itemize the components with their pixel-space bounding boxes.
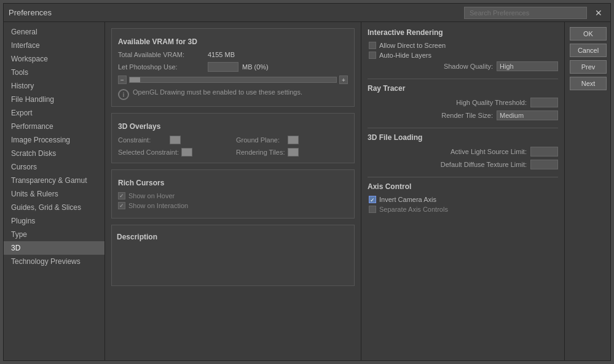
photoshop-use-unit: MB (0%): [242, 63, 269, 71]
prev-button[interactable]: Prev: [570, 60, 607, 74]
invert-camera-checkbox[interactable]: [369, 196, 376, 203]
rich-cursors-section: Rich Cursors Show on Hover Show on Inter…: [111, 169, 355, 219]
invert-camera-row: Invert Camera Axis: [368, 196, 558, 203]
rendering-tiles-label: Rendering Tiles:: [236, 149, 285, 156]
next-button[interactable]: Next: [570, 77, 607, 90]
rich-cursors-title: Rich Cursors: [118, 179, 348, 187]
info-icon: i: [118, 89, 129, 100]
total-vram-label: Total Available VRAM:: [118, 51, 204, 58]
vram-progress-container: − +: [118, 76, 348, 84]
default-diffuse-row: Default Diffuse Texture Limit: 50: [368, 160, 558, 169]
selected-constraint-label: Selected Constraint:: [118, 149, 179, 156]
sidebar-item-cursors[interactable]: Cursors: [4, 160, 104, 174]
invert-camera-label: Invert Camera Axis: [379, 196, 436, 203]
vram-decrease-btn[interactable]: −: [118, 76, 127, 84]
photoshop-use-row: Let Photoshop Use: MB (0%): [118, 62, 348, 72]
sidebar-item-scratch-disks[interactable]: Scratch Disks: [4, 147, 104, 160]
sidebar-item-general[interactable]: General: [4, 25, 104, 39]
auto-hide-label: Auto-Hide Layers: [379, 52, 431, 59]
sidebar-item-workspace[interactable]: Workspace: [4, 52, 104, 66]
separate-axis-label: Separate Axis Controls: [379, 206, 448, 213]
sidebar-item-technology-previews[interactable]: Technology Previews: [4, 255, 104, 268]
sidebar-item-units-rulers[interactable]: Units & Rulers: [4, 187, 104, 201]
dialog-title: Preferences: [9, 8, 52, 17]
active-light-label: Active Light Source Limit:: [451, 148, 527, 155]
title-bar: Preferences ✕: [4, 4, 610, 22]
sidebar-item-type[interactable]: Type: [4, 228, 104, 241]
allow-direct-row: Allow Direct to Screen: [368, 42, 558, 49]
file-loading-section: 3D File Loading Active Light Source Limi…: [368, 133, 558, 169]
show-on-interaction-checkbox: [118, 202, 125, 209]
sidebar-item-3d[interactable]: 3D: [4, 241, 104, 255]
sidebar-item-image-processing[interactable]: Image Processing: [4, 133, 104, 147]
sidebar-item-guides-grid-slices[interactable]: Guides, Grid & Slices: [4, 201, 104, 214]
shadow-quality-select[interactable]: High Medium Low Draft: [497, 61, 558, 71]
ray-tracer-title: Ray Tracer: [368, 84, 558, 93]
high-quality-threshold-label: High Quality Threshold:: [456, 99, 527, 106]
auto-hide-checkbox[interactable]: [369, 52, 376, 59]
sidebar-item-performance[interactable]: Performance: [4, 120, 104, 133]
sidebar-item-transparency-gamut[interactable]: Transparency & Gamut: [4, 174, 104, 187]
search-input[interactable]: [464, 7, 587, 19]
sidebar-item-plugins[interactable]: Plugins: [4, 214, 104, 228]
ground-plane-row: Ground Plane:: [236, 136, 348, 144]
divider-3: [368, 177, 558, 177]
selected-constraint-row: Selected Constraint:: [118, 148, 230, 157]
ray-tracer-section: Ray Tracer High Quality Threshold: 5 Ren…: [368, 84, 558, 120]
constraint-label: Constraint:: [118, 136, 167, 144]
info-text: OpenGL Drawing must be enabled to use th…: [133, 88, 302, 97]
ground-plane-swatch[interactable]: [288, 136, 299, 144]
separate-axis-row: Separate Axis Controls: [368, 206, 558, 213]
rendering-tiles-swatch[interactable]: [288, 148, 299, 157]
preferences-dialog: Preferences ✕ General Interface Workspac…: [3, 3, 611, 361]
photoshop-use-label: Let Photoshop Use:: [118, 63, 204, 71]
constraint-swatch[interactable]: [170, 136, 181, 144]
shadow-quality-label: Shadow Quality:: [444, 63, 493, 70]
title-bar-right: ✕: [464, 7, 605, 19]
description-section: Description: [111, 225, 355, 286]
buttons-panel: OK Cancel Prev Next: [564, 22, 610, 360]
show-on-hover-checkbox: [118, 192, 125, 199]
high-quality-threshold-row: High Quality Threshold: 5: [368, 98, 558, 107]
axis-control-title: Axis Control: [368, 182, 558, 191]
selected-constraint-swatch[interactable]: [181, 148, 192, 157]
active-light-input[interactable]: 8: [530, 147, 558, 157]
vram-progress-bar[interactable]: [129, 77, 337, 83]
file-loading-title: 3D File Loading: [368, 133, 558, 142]
show-on-hover-row: Show on Hover: [118, 192, 348, 199]
sidebar-item-export[interactable]: Export: [4, 106, 104, 120]
sidebar-item-history[interactable]: History: [4, 79, 104, 93]
ground-plane-label: Ground Plane:: [236, 136, 285, 144]
vram-increase-btn[interactable]: +: [339, 76, 348, 84]
sidebar-item-interface[interactable]: Interface: [4, 39, 104, 52]
render-tile-size-row: Render Tile Size: Medium Small Large: [368, 110, 558, 120]
sidebar-item-tools[interactable]: Tools: [4, 66, 104, 79]
render-tile-size-select[interactable]: Medium Small Large: [497, 110, 558, 120]
center-panel: Available VRAM for 3D Total Available VR…: [105, 22, 361, 360]
divider-2: [368, 128, 558, 128]
sidebar-item-file-handling[interactable]: File Handling: [4, 93, 104, 106]
description-title: Description: [117, 233, 349, 241]
total-vram-value: 4155 MB: [208, 51, 235, 58]
overlays-title: 3D Overlays: [118, 122, 348, 131]
show-on-interaction-label: Show on Interaction: [128, 202, 188, 209]
axis-control-section: Axis Control Invert Camera Axis Separate…: [368, 182, 558, 213]
info-row: i OpenGL Drawing must be enabled to use …: [118, 88, 348, 100]
separate-axis-checkbox[interactable]: [369, 206, 376, 213]
constraint-row: Constraint:: [118, 136, 230, 144]
dialog-body: General Interface Workspace Tools Histor…: [4, 22, 610, 360]
auto-hide-row: Auto-Hide Layers: [368, 52, 558, 59]
photoshop-use-input[interactable]: [208, 62, 238, 72]
close-button[interactable]: ✕: [592, 7, 605, 19]
show-on-interaction-row: Show on Interaction: [118, 202, 348, 209]
default-diffuse-input[interactable]: 50: [530, 160, 558, 169]
shadow-quality-row: Shadow Quality: High Medium Low Draft: [368, 61, 558, 71]
divider-1: [368, 79, 558, 79]
vram-progress-fill: [130, 77, 140, 82]
cancel-button[interactable]: Cancel: [570, 44, 607, 57]
ok-button[interactable]: OK: [570, 27, 607, 41]
overlays-section: 3D Overlays Constraint: Ground Plane: Se…: [111, 113, 355, 163]
interactive-rendering-section: Interactive Rendering Allow Direct to Sc…: [368, 28, 558, 71]
allow-direct-checkbox[interactable]: [369, 42, 376, 49]
high-quality-threshold-input[interactable]: 5: [530, 98, 558, 107]
